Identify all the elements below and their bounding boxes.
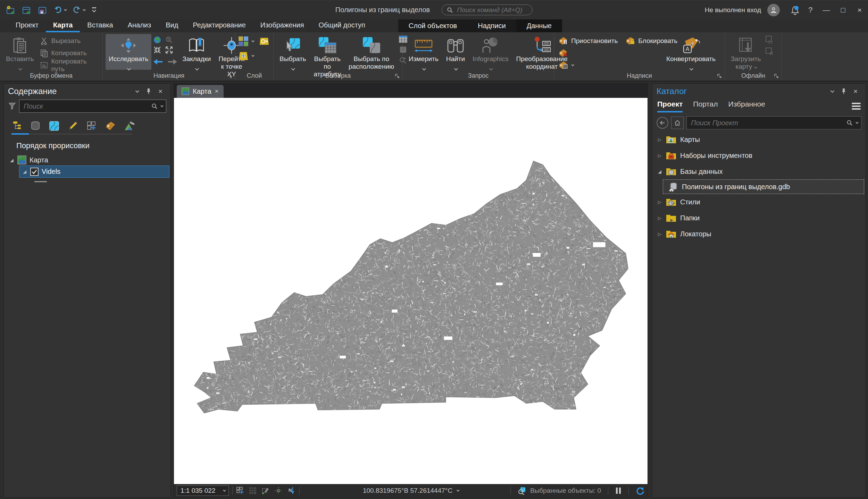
customize-qat-button[interactable] (91, 6, 97, 14)
paste-button[interactable]: Вставить (3, 34, 37, 70)
offline-dialog-launcher[interactable] (774, 74, 779, 79)
tab-feature-layer[interactable]: Слой объектов (398, 19, 467, 32)
catalog-item-toolboxes[interactable]: ▷ Наборы инструментов (652, 147, 866, 163)
catalog-tab-project[interactable]: Проект (657, 100, 683, 112)
navigation-dialog-launcher[interactable] (227, 74, 233, 79)
styles-expander[interactable]: ▷ (657, 200, 662, 205)
locate-button[interactable]: Найти (443, 34, 468, 70)
refresh-icon[interactable] (636, 486, 645, 495)
catalog-item-databases[interactable]: ◢ Базы данных (652, 163, 866, 179)
pause-labeling-button[interactable]: Приостановить (557, 35, 619, 46)
account-avatar[interactable] (767, 4, 780, 16)
add-data-icon[interactable] (238, 51, 249, 61)
close-button[interactable]: × (851, 0, 868, 20)
copy-button[interactable]: Копировать (39, 48, 100, 59)
label-options-button[interactable] (557, 60, 661, 71)
select-by-location-button[interactable]: Выбрать по расположению (345, 34, 397, 72)
snapping-toggle-icon[interactable] (236, 487, 244, 495)
maps-expander[interactable]: ▷ (657, 137, 662, 142)
contents-collapse-chevron[interactable] (131, 85, 143, 97)
constraints-icon[interactable] (274, 487, 283, 495)
list-by-labeling-icon[interactable] (105, 121, 116, 131)
selection-dialog-launcher[interactable] (395, 74, 400, 79)
pin-icon[interactable] (143, 85, 155, 97)
scale-combobox[interactable]: 1:1 035 022 (177, 485, 229, 496)
locators-expander[interactable]: ▷ (657, 231, 662, 237)
contents-search-chevron[interactable] (160, 104, 163, 107)
infographics-button[interactable]: Infographics (469, 34, 512, 70)
sync-map-icon[interactable] (765, 35, 774, 44)
tab-share[interactable]: Общий доступ (311, 19, 372, 32)
tab-data[interactable]: Данные (516, 19, 562, 32)
tab-imagery[interactable]: Изображения (253, 19, 311, 32)
list-by-drawing-order-icon[interactable] (11, 121, 22, 131)
fixed-zoom-in-icon[interactable] (153, 45, 162, 54)
filter-icon[interactable] (8, 102, 16, 110)
toolboxes-expander[interactable]: ▷ (657, 153, 662, 158)
catalog-tab-portal[interactable]: Портал (693, 100, 718, 112)
labeling-dialog-launcher[interactable] (717, 74, 722, 79)
tab-project[interactable]: Проект (8, 19, 46, 32)
catalog-item-styles[interactable]: ▷ Стили (652, 194, 866, 210)
tab-map[interactable]: Карта (46, 19, 80, 32)
tab-view[interactable]: Вид (158, 19, 185, 32)
list-by-snapping-icon[interactable] (86, 121, 97, 131)
catalog-collapse-chevron[interactable] (826, 85, 838, 97)
basemap-icon[interactable] (238, 36, 249, 46)
undo-button[interactable] (53, 6, 66, 14)
coordinates-readout[interactable]: 100.8319675°В 57.2614447°С (363, 487, 459, 494)
catalog-search[interactable] (686, 116, 861, 129)
bookmarks-button[interactable]: Закладки (179, 34, 214, 70)
tab-edit[interactable]: Редактирование (185, 19, 253, 32)
measure-button[interactable]: Измерить (406, 34, 442, 70)
catalog-item-geodatabase[interactable]: Полигоны из границ выделов.gdb (663, 179, 864, 194)
add-data-dropdown-chevron[interactable] (251, 54, 254, 57)
catalog-item-maps[interactable]: ▷ Карты (652, 132, 866, 147)
tree-item-map[interactable]: ◢ Карта (4, 154, 170, 166)
tab-labeling[interactable]: Надписи (467, 19, 516, 32)
full-extent-icon[interactable] (153, 35, 162, 44)
redo-button[interactable] (72, 6, 85, 14)
catalog-item-folders[interactable]: ▷ Папки (652, 210, 866, 226)
catalog-tab-favorites[interactable]: Избранное (728, 100, 765, 112)
videls-symbol-swatch[interactable] (34, 181, 47, 182)
select-button[interactable]: Выбрать (276, 34, 309, 70)
home-button[interactable] (671, 117, 684, 129)
list-by-editing-icon[interactable] (68, 121, 78, 131)
videls-visibility-checkbox[interactable] (30, 168, 39, 176)
contents-close-icon[interactable]: × (155, 85, 166, 97)
list-by-data-source-icon[interactable] (30, 121, 41, 131)
map-canvas[interactable] (174, 98, 648, 483)
map-tab-close-icon[interactable]: × (215, 87, 219, 95)
folders-expander[interactable]: ▷ (657, 215, 662, 221)
download-map-button[interactable]: Загрузить карту (728, 34, 764, 72)
maximize-button[interactable]: □ (835, 0, 851, 20)
databases-expander[interactable]: ◢ (657, 169, 662, 174)
grid-icon[interactable] (249, 487, 257, 495)
catalog-search-input[interactable] (690, 119, 844, 127)
back-button[interactable] (657, 117, 668, 129)
basemap-dropdown-chevron[interactable] (251, 39, 254, 42)
convert-labels-button[interactable]: A Конвертировать (662, 34, 719, 70)
cut-button[interactable]: Вырезать (39, 35, 100, 46)
remove-labels-button[interactable] (557, 48, 661, 59)
tab-analysis[interactable]: Анализ (120, 19, 159, 32)
catalog-search-chevron[interactable] (856, 121, 858, 124)
menu-icon[interactable] (852, 103, 861, 110)
catalog-close-icon[interactable]: × (850, 85, 861, 97)
sign-in-status[interactable]: Не выполнен вход (705, 6, 761, 14)
layer-template-icon[interactable] (259, 37, 269, 45)
map-view-tab[interactable]: Карта × (177, 85, 224, 98)
help-button[interactable]: ? (803, 0, 818, 20)
contents-search-input[interactable] (23, 102, 149, 111)
notifications-button[interactable] (787, 0, 803, 20)
contents-search[interactable] (19, 100, 166, 113)
tab-insert[interactable]: Вставка (80, 19, 120, 32)
command-search-input[interactable] (456, 6, 527, 14)
redo-dropdown-chevron[interactable] (83, 8, 85, 11)
list-by-charts-icon[interactable] (124, 121, 135, 131)
explore-button[interactable]: Исследовать (106, 34, 151, 70)
new-project-icon[interactable] (6, 5, 15, 15)
north-arrow-icon[interactable]: N (287, 486, 296, 495)
remove-map-icon[interactable] (765, 47, 774, 56)
